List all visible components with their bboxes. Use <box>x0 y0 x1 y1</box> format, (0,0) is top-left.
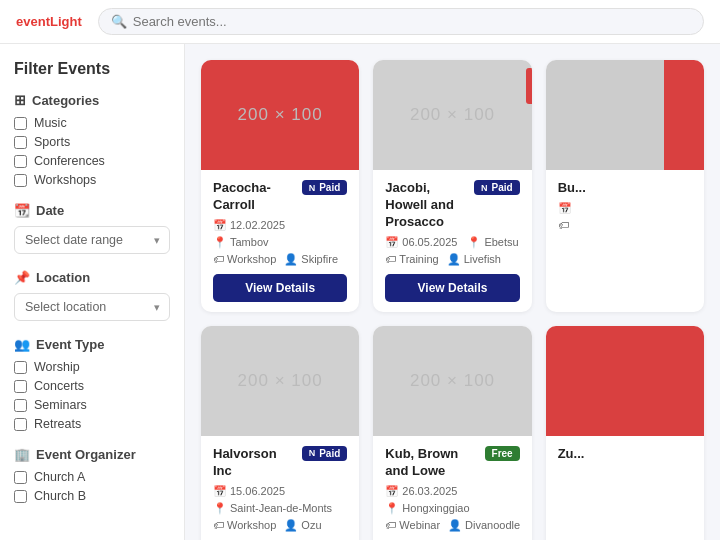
card-meta-2: 📅 06.05.2025 📍 Ebetsu <box>385 236 519 249</box>
type-worship[interactable]: Worship <box>14 360 170 374</box>
search-input[interactable] <box>133 14 691 29</box>
location-header: 📌 Location <box>14 270 170 285</box>
card-title-4: Halvorson Inc <box>213 446 296 480</box>
card-body-5: Kub, Brown and Lowe Free 📅 26.03.2025 📍 … <box>373 436 531 540</box>
card-red-corner-2 <box>526 68 532 104</box>
type-retreats[interactable]: Retreats <box>14 417 170 431</box>
location-icon-2: 📍 <box>467 236 481 249</box>
card-body-4: Halvorson Inc NPaid 📅 15.06.2025 📍 Saint… <box>201 436 359 540</box>
event-card-1: 200 × 100 Pacocha-Carroll NPaid 📅 12.02.… <box>201 60 359 312</box>
card-tag-5: 🏷 Webinar <box>385 519 440 532</box>
view-details-button-2[interactable]: View Details <box>385 274 519 302</box>
search-icon: 🔍 <box>111 14 127 29</box>
card-tags-1: 🏷 Workshop 👤 Skipfire <box>213 253 347 266</box>
organizer-icon: 🏢 <box>14 447 30 462</box>
card-image-placeholder-1: 200 × 100 <box>238 105 323 125</box>
card-body-2: Jacobi, Howell and Prosacco NPaid 📅 06.0… <box>373 170 531 312</box>
card-title-5: Kub, Brown and Lowe <box>385 446 478 480</box>
card-image-4: 200 × 100 <box>201 326 359 436</box>
card-title-row-5: Kub, Brown and Lowe Free <box>385 446 519 480</box>
date-icon: 📆 <box>14 203 30 218</box>
card-tag-1: 🏷 Workshop <box>213 253 276 266</box>
event-card-2: 200 × 100 Jacobi, Howell and Prosacco NP… <box>373 60 531 312</box>
tag-icon-3: 🏷 <box>558 219 569 231</box>
type-seminars[interactable]: Seminars <box>14 398 170 412</box>
card-body-3: Bu... 📅 🏷 <box>546 170 704 249</box>
card-meta-4: 📅 15.06.2025 📍 Saint-Jean-de-Monts <box>213 485 347 515</box>
type-concerts[interactable]: Concerts <box>14 379 170 393</box>
event-card-4: 200 × 100 Halvorson Inc NPaid 📅 15.06.20… <box>201 326 359 540</box>
card-title-row-1: Pacocha-Carroll NPaid <box>213 180 347 214</box>
organizer-label: Event Organizer <box>36 447 136 462</box>
search-bar[interactable]: 🔍 <box>98 8 704 35</box>
view-details-button-1[interactable]: View Details <box>213 274 347 302</box>
location-icon: 📌 <box>14 270 30 285</box>
date-header: 📆 Date <box>14 203 170 218</box>
checkbox-workshops[interactable] <box>14 174 27 187</box>
category-sports[interactable]: Sports <box>14 135 170 149</box>
card-title-row-4: Halvorson Inc NPaid <box>213 446 347 480</box>
card-badge-1: NPaid <box>302 180 348 195</box>
organizer-header: 🏢 Event Organizer <box>14 447 170 462</box>
main-content: 200 × 100 Pacocha-Carroll NPaid 📅 12.02.… <box>185 44 720 540</box>
tag-icon-5: 🏷 <box>385 519 396 531</box>
org-church-b[interactable]: Church B <box>14 489 170 503</box>
tag-icon-2: 🏷 <box>385 253 396 265</box>
logo-light: event <box>16 14 50 29</box>
main-layout: Filter Events ⊞ Categories Music Sports … <box>0 44 720 540</box>
card-tags-2: 🏷 Training 👤 Livefish <box>385 253 519 266</box>
checkbox-retreats[interactable] <box>14 418 27 431</box>
card-date-5: 📅 26.03.2025 <box>385 485 457 498</box>
card-title-6: Zu... <box>558 446 585 463</box>
calendar-icon-1: 📅 <box>213 219 227 232</box>
date-dropdown[interactable]: Select date range <box>14 226 170 254</box>
card-body-6: Zu... <box>546 436 704 478</box>
category-music[interactable]: Music <box>14 116 170 130</box>
event-card-3: Bu... 📅 🏷 <box>546 60 704 312</box>
sidebar-title: Filter Events <box>14 60 170 78</box>
calendar-icon-2: 📅 <box>385 236 399 249</box>
checkbox-concerts[interactable] <box>14 380 27 393</box>
card-badge-5: Free <box>485 446 520 461</box>
filter-location: 📌 Location Select location <box>14 270 170 321</box>
checkbox-seminars[interactable] <box>14 399 27 412</box>
checkbox-conferences[interactable] <box>14 155 27 168</box>
person-icon-1: 👤 <box>284 253 298 266</box>
filter-date: 📆 Date Select date range <box>14 203 170 254</box>
location-dropdown[interactable]: Select location <box>14 293 170 321</box>
checkbox-sports[interactable] <box>14 136 27 149</box>
category-workshops[interactable]: Workshops <box>14 173 170 187</box>
checkbox-worship[interactable] <box>14 361 27 374</box>
card-body-1: Pacocha-Carroll NPaid 📅 12.02.2025 📍 Tam… <box>201 170 359 312</box>
location-icon-5: 📍 <box>385 502 399 515</box>
event-card-6: Zu... <box>546 326 704 540</box>
category-conferences[interactable]: Conferences <box>14 154 170 168</box>
sidebar: Filter Events ⊞ Categories Music Sports … <box>0 44 185 540</box>
card-image-3 <box>546 60 704 170</box>
card-badge-4: NPaid <box>302 446 348 461</box>
filter-categories: ⊞ Categories Music Sports Conferences Wo… <box>14 92 170 187</box>
location-dropdown-wrap: Select location <box>14 293 170 321</box>
filter-organizer: 🏢 Event Organizer Church A Church B <box>14 447 170 503</box>
card-image-placeholder-2: 200 × 100 <box>410 105 495 125</box>
categories-icon: ⊞ <box>14 92 26 108</box>
card-meta-5: 📅 26.03.2025 📍 Hongxinggiao <box>385 485 519 515</box>
card-title-row-6: Zu... <box>558 446 692 463</box>
card-location-4: 📍 Saint-Jean-de-Monts <box>213 502 332 515</box>
card-tags-4: 🏷 Workshop 👤 Ozu <box>213 519 347 532</box>
org-church-a[interactable]: Church A <box>14 470 170 484</box>
card-badge-2: NPaid <box>474 180 520 195</box>
tag-icon-1: 🏷 <box>213 253 224 265</box>
card-title-row-2: Jacobi, Howell and Prosacco NPaid <box>385 180 519 231</box>
checkbox-music[interactable] <box>14 117 27 130</box>
tag-icon-4: 🏷 <box>213 519 224 531</box>
card-organizer-5: 👤 Divanoodle <box>448 519 520 532</box>
card-image-6 <box>546 326 704 436</box>
card-location-5: 📍 Hongxinggiao <box>385 502 469 515</box>
calendar-icon-5: 📅 <box>385 485 399 498</box>
checkbox-church-b[interactable] <box>14 490 27 503</box>
card-meta-3: 📅 <box>558 202 692 215</box>
checkbox-church-a[interactable] <box>14 471 27 484</box>
filter-event-type: 👥 Event Type Worship Concerts Seminars R… <box>14 337 170 431</box>
card-location-1: 📍 Tambov <box>213 236 269 249</box>
